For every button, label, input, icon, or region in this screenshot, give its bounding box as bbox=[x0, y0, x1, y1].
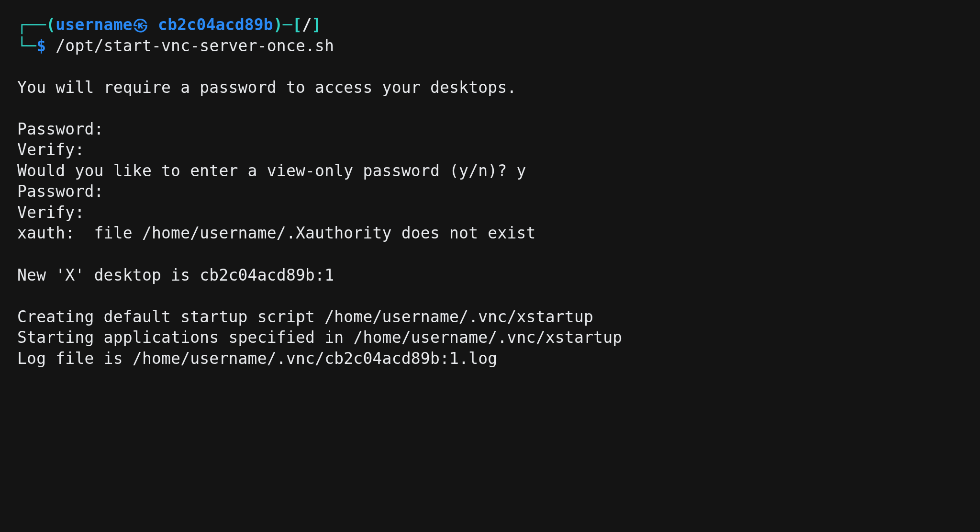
prompt-open-bracket: [ bbox=[292, 15, 302, 34]
prompt-close-bracket: ] bbox=[312, 15, 321, 34]
output-line: xauth: file /home/username/.Xauthority d… bbox=[17, 224, 536, 242]
prompt-username: username bbox=[56, 15, 133, 34]
prompt-dollar: $ bbox=[36, 36, 46, 55]
output-line: Password: bbox=[17, 120, 104, 138]
output-line: Verify: bbox=[17, 140, 84, 159]
prompt-open-paren: ( bbox=[46, 15, 56, 34]
command-input[interactable]: /opt/start-vnc-server-once.sh bbox=[56, 36, 334, 55]
prompt-line-1: ┌──(username㉿ cb2c04acd89b)─[/] bbox=[17, 14, 963, 35]
prompt-at-icon: ㉿ bbox=[133, 15, 148, 34]
output-line: Starting applications specified in /home… bbox=[17, 328, 622, 347]
prompt-cwd: / bbox=[302, 15, 312, 34]
output-line: Password: bbox=[17, 182, 104, 201]
prompt-dash: ─ bbox=[283, 15, 292, 34]
terminal-window[interactable]: ┌──(username㉿ cb2c04acd89b)─[/]└─$ /opt/… bbox=[0, 0, 980, 383]
prompt-corner-tl: ┌── bbox=[17, 15, 46, 34]
output-line: Creating default startup script /home/us… bbox=[17, 307, 593, 326]
output-line: Log file is /home/username/.vnc/cb2c04ac… bbox=[17, 349, 497, 368]
output-line: Verify: bbox=[17, 203, 84, 222]
prompt-hostname: cb2c04acd89b bbox=[158, 15, 273, 34]
output-line: New 'X' desktop is cb2c04acd89b:1 bbox=[17, 266, 334, 284]
prompt-corner-bl: └─ bbox=[17, 36, 36, 55]
output-line: You will require a password to access yo… bbox=[17, 78, 517, 97]
output-line: Would you like to enter a view-only pass… bbox=[17, 161, 526, 180]
prompt-line-2: └─$ /opt/start-vnc-server-once.sh bbox=[17, 35, 963, 57]
prompt-close-paren: ) bbox=[273, 15, 283, 34]
